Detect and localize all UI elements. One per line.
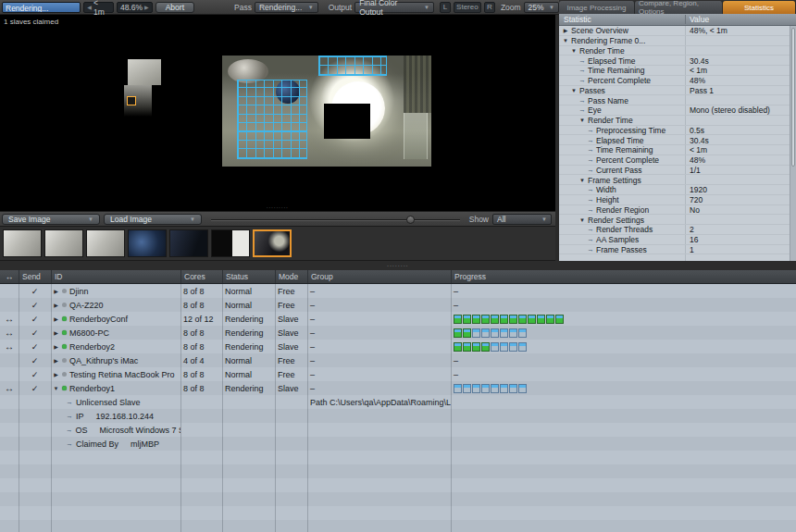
statistic-value: 48%	[690, 76, 705, 85]
statistic-row[interactable]: →Time Remaining< 1m	[559, 66, 796, 76]
statistic-row[interactable]: →EyeMono (stereo disabled)	[559, 105, 796, 116]
statistic-row[interactable]: →Elapsed Time30.4s	[559, 56, 796, 66]
expand-arrow-icon[interactable]: ▶	[53, 302, 59, 308]
status-column-header[interactable]: Status	[222, 270, 275, 283]
mode-cell: Slave	[275, 315, 307, 324]
slave-row[interactable]: ↔✓▶M6800-PC8 of 8RenderingSlave–	[0, 326, 796, 340]
thumbnail-5[interactable]	[169, 229, 208, 257]
collapse-arrow-icon[interactable]: ▼	[562, 36, 569, 45]
stereo-right-button[interactable]: R	[484, 2, 495, 13]
collapse-arrow-icon[interactable]: ▼	[578, 176, 586, 185]
statistic-row[interactable]: ▶Scene Overview48%, < 1m	[559, 26, 796, 36]
statistic-row[interactable]: ▼Render Time	[559, 116, 796, 126]
slave-row[interactable]: ↔✓▶Renderboy28 of 8RenderingSlave–	[0, 340, 796, 353]
slave-row[interactable]: ✓▶QA_Kithrup's iMac4 of 4NormalFree––	[0, 353, 796, 367]
expand-arrow-icon[interactable]: ▶	[53, 371, 59, 377]
thumbnail-4[interactable]	[128, 229, 167, 257]
slave-detail-row[interactable]: →IP192.168.10.244	[0, 409, 796, 423]
expand-arrow-icon[interactable]: ▶	[53, 357, 59, 364]
id-column-header[interactable]: ID	[51, 270, 180, 283]
collapse-arrow-icon[interactable]: ▼	[570, 86, 578, 95]
collapse-arrow-icon[interactable]: ▼	[570, 46, 578, 56]
abort-button[interactable]: Abort	[155, 2, 194, 13]
collapse-arrow-icon[interactable]: ▼	[53, 386, 59, 391]
thumbnail-2[interactable]	[44, 229, 83, 257]
statistic-column-header[interactable]: Statistic	[559, 15, 685, 24]
statistic-row[interactable]: →Frame Passes1	[559, 245, 796, 255]
branch-arrow-icon: →	[66, 398, 73, 406]
viewport-scrollbar[interactable]: ∙∙∙∙∙∙∙∙∙	[0, 204, 555, 210]
expand-arrow-icon[interactable]: ▶	[53, 329, 59, 336]
slave-row[interactable]: ✓▶Djinn8 of 8NormalFree––	[0, 284, 796, 298]
thumbnail-6[interactable]	[211, 229, 250, 257]
slave-row[interactable]: ↔✓▼Renderboy18 of 8RenderingSlave–	[0, 381, 796, 395]
statistic-row[interactable]: →Percent Complete48%	[559, 76, 796, 86]
send-checkbox[interactable]: ✓	[19, 384, 51, 393]
tab-image-processing[interactable]: Image Processing	[559, 1, 635, 14]
slave-detail-cell: →IP192.168.10.244	[51, 412, 180, 421]
thumbnail-1[interactable]	[3, 229, 42, 257]
thumbnail-3[interactable]	[86, 229, 125, 257]
statistic-row[interactable]: →Render RegionNo	[559, 205, 796, 216]
collapse-arrow-icon[interactable]: ▼	[578, 216, 586, 225]
send-checkbox[interactable]: ✓	[19, 301, 51, 310]
statistic-row[interactable]: →Height720	[559, 195, 796, 205]
show-dropdown[interactable]: All ▼	[492, 214, 552, 225]
cores-column-header[interactable]: Cores	[180, 270, 222, 283]
progress-column-header[interactable]: Progress	[451, 270, 796, 283]
mode-column-header[interactable]: Mode	[275, 270, 307, 283]
statistic-row[interactable]: →Current Pass1/1	[559, 166, 796, 176]
scrollbar-thumb[interactable]	[791, 28, 795, 167]
slave-detail-row[interactable]: →Unlicensed SlavePath C:\Users\qa\AppDat…	[0, 395, 796, 409]
statistic-row[interactable]: ▼PassesPass 1	[559, 86, 796, 96]
send-checkbox[interactable]: ✓	[19, 356, 51, 365]
statistic-row[interactable]: →Percent Complete48%	[559, 155, 796, 166]
slave-detail-row[interactable]: →Claimed BymljMBP	[0, 437, 796, 451]
image-history-slider[interactable]	[211, 213, 460, 226]
send-checkbox[interactable]: ✓	[19, 328, 51, 338]
slave-detail-row[interactable]: →OSMicrosoft Windows 7 Service ...	[0, 423, 796, 437]
value-column-header[interactable]: Value	[685, 15, 796, 24]
expand-arrow-icon[interactable]: ▶	[53, 288, 59, 294]
send-column-header[interactable]: Send	[19, 270, 51, 283]
slave-row[interactable]: ✓▶QA-Z2208 of 8NormalFree––	[0, 298, 796, 312]
send-checkbox[interactable]: ✓	[19, 342, 51, 352]
group-column-header[interactable]: Group	[307, 270, 451, 283]
expand-arrow-icon[interactable]: ▶	[53, 315, 59, 322]
tab-compare-region-options[interactable]: Compare, Region, Options	[635, 1, 723, 14]
statistic-row[interactable]: →Preprocessing Time0.5s	[559, 126, 796, 136]
output-dropdown[interactable]: Final Color Output ▼	[354, 2, 434, 13]
slider-handle[interactable]	[406, 216, 415, 224]
statistic-row[interactable]: →Width1920	[559, 185, 796, 195]
tab-statistics[interactable]: Statistics	[723, 1, 796, 14]
render-viewport[interactable]: 1 slaves claimed ∙∙∙∙∙∙∙∙∙	[0, 15, 555, 211]
statistics-scrollbar[interactable]	[790, 26, 796, 262]
cores-cell: 8 of 8	[180, 384, 222, 393]
stereo-left-button[interactable]: L	[440, 2, 451, 13]
save-image-button[interactable]: Save Image ▼	[2, 214, 100, 225]
send-checkbox[interactable]: ✓	[19, 370, 51, 379]
statistic-row[interactable]: ▼Frame Settings	[559, 175, 796, 185]
send-checkbox[interactable]: ✓	[19, 315, 51, 324]
slave-row[interactable]: ✓▶Testing Retina MacBook Pro8 of 8Normal…	[0, 367, 796, 381]
expand-arrow-icon[interactable]: ▶	[53, 343, 59, 350]
statistic-row[interactable]: →Pass Name	[559, 95, 796, 105]
slave-row[interactable]: ↔✓▶RenderboyConf12 of 12RenderingSlave–	[0, 312, 796, 326]
statistic-row[interactable]: →AA Samples16	[559, 235, 796, 245]
collapse-arrow-icon[interactable]: ▼	[578, 116, 586, 125]
statistic-row[interactable]: ▼Render Settings	[559, 215, 796, 225]
expand-arrow-icon[interactable]: ▶	[562, 26, 569, 35]
pass-dropdown[interactable]: Rendering... ▼	[255, 2, 318, 13]
load-image-button[interactable]: Load Image ▼	[104, 214, 202, 225]
statistic-row[interactable]: ▼Rendering Frame 0...	[559, 36, 796, 46]
status-dot	[62, 372, 67, 377]
statistics-tree: ▶Scene Overview48%, < 1m▼Rendering Frame…	[559, 26, 796, 262]
statistic-row[interactable]: →Elapsed Time30.4s	[559, 135, 796, 145]
send-checkbox[interactable]: ✓	[19, 287, 51, 296]
statistic-row[interactable]: ▼Render Time	[559, 46, 796, 56]
panel-splitter[interactable]: ∙∙∙∙∙∙∙∙	[0, 261, 796, 270]
zoom-dropdown[interactable]: 25% ▼	[524, 2, 559, 13]
statistic-row[interactable]: →Time Remaining< 1m	[559, 145, 796, 155]
statistic-row[interactable]: →Render Threads2	[559, 225, 796, 235]
thumbnail-7[interactable]	[253, 229, 292, 257]
